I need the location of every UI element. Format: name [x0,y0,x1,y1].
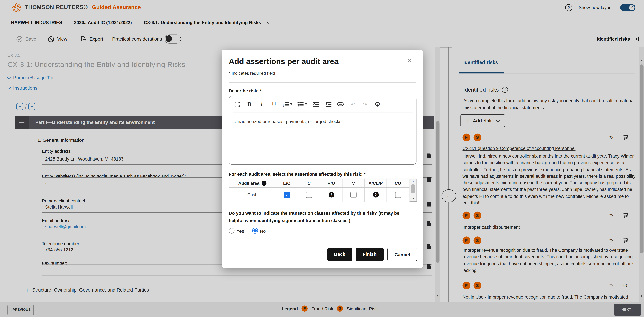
radio-unselected-icon [229,228,234,234]
assertions-header-row: Audit areai E/O C R/O V A/CL/P CO [229,179,410,188]
add-assertions-dialog: Add assertions per audit area ✕ * Indica… [222,50,423,268]
co-checkbox[interactable] [395,192,401,198]
eo-checkbox[interactable]: ✓ [284,192,290,198]
italic-icon[interactable]: i [258,100,265,108]
scrollbar-thumb[interactable] [411,184,415,194]
column-v: V [342,179,364,187]
required-field-note: * Indicates required field [229,70,275,76]
risk-description-text[interactable]: Unauthorized purchases, payments, or for… [234,119,411,124]
radio-yes[interactable]: Yes [229,228,244,234]
assertions-label: For each audit area, select the assertio… [229,172,366,176]
column-eo: E/O [276,179,298,187]
dropdown-caret-icon[interactable] [305,104,307,105]
svg-text:3: 3 [282,105,284,107]
column-audit-area: Audit area [238,181,260,186]
cancel-button[interactable]: Cancel [387,248,417,261]
indent-icon[interactable] [324,100,332,108]
dialog-divider [229,82,416,82]
undo-icon: ↶ [349,100,356,108]
screen: THOMSON REUTERS® Guided Assurance ? Show… [0,0,644,317]
assertions-row-cash: Cash ✓ ? ? [229,188,410,202]
outdent-icon[interactable] [312,100,320,108]
info-icon[interactable]: i [262,181,266,186]
ro-indicator[interactable]: ? [328,192,334,198]
underline-icon[interactable]: U [270,100,278,108]
close-icon[interactable]: ✕ [406,56,412,65]
describe-risk-label: Describe risk: * [229,88,262,93]
settings-gear-icon[interactable]: ⚙ [374,100,381,108]
column-co: CO [387,179,409,187]
radio-selected-icon [252,228,258,234]
dropdown-caret-icon[interactable] [290,104,292,105]
editor-toolbar-divider [233,112,413,113]
audit-area-name: Cash [229,188,276,202]
bulleted-list-icon[interactable] [297,100,307,108]
transaction-classes-question: Do you want to indicate the transaction … [229,210,412,224]
link-icon[interactable] [337,100,344,108]
c-checkbox[interactable] [306,192,312,198]
fullscreen-icon[interactable] [233,100,241,108]
finish-button[interactable]: Finish [356,248,384,261]
table-scrollbar[interactable]: ▲ ▼ [410,179,416,201]
column-aclp: A/CL/P [365,179,387,187]
scroll-down-icon[interactable]: ▼ [410,198,416,200]
back-button[interactable]: Back [327,248,352,261]
column-c: C [298,179,320,187]
editor-toolbar: B i U 123 [233,99,413,110]
dialog-title: Add assertions per audit area [229,57,338,66]
aclp-indicator[interactable]: ? [373,192,378,198]
redo-icon: ↷ [362,100,369,108]
v-checkbox[interactable] [350,192,356,198]
numbered-list-icon[interactable]: 123 [282,100,292,108]
transaction-classes-options: Yes No [229,228,266,234]
scroll-up-icon[interactable]: ▲ [410,180,416,183]
column-ro: R/O [320,179,342,187]
assertions-table: Audit areai E/O C R/O V A/CL/P CO Cash ✓… [229,179,417,202]
rich-text-editor[interactable]: B i U 123 [229,96,416,164]
radio-no[interactable]: No [252,228,266,234]
bold-icon[interactable]: B [246,100,253,108]
